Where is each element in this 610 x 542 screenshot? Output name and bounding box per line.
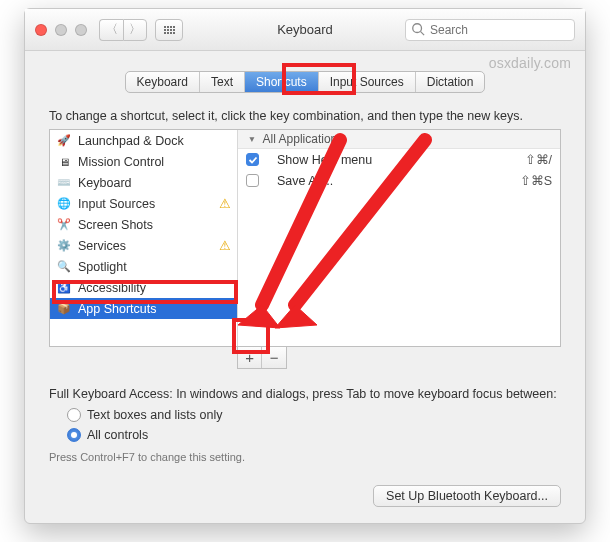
search-icon: [411, 22, 425, 39]
shortcuts-panel: 🚀Launchpad & Dock🖥Mission Control⌨️Keybo…: [49, 129, 561, 347]
sidebar-item-label: Launchpad & Dock: [78, 134, 184, 148]
forward-button[interactable]: 〉: [123, 19, 147, 41]
svg-point-0: [413, 23, 422, 32]
sidebar-item-label: Accessibility: [78, 281, 146, 295]
accessibility-icon: ♿: [56, 280, 72, 296]
shortcut-keys[interactable]: ⇧⌘/: [525, 152, 552, 167]
minimize-icon: [55, 24, 67, 36]
segmented-control: KeyboardTextShortcutsInput SourcesDictat…: [125, 71, 486, 93]
input-sources-icon: 🌐: [56, 196, 72, 212]
fine-print: Press Control+F7 to change this setting.: [49, 451, 561, 463]
watermark: osxdaily.com: [489, 55, 571, 71]
tab-input-sources[interactable]: Input Sources: [319, 72, 416, 92]
minus-icon: −: [270, 349, 279, 366]
shortcut-label: Save As...: [277, 174, 520, 188]
mission-control-icon: 🖥: [56, 154, 72, 170]
sidebar-item-label: Input Sources: [78, 197, 155, 211]
tab-keyboard[interactable]: Keyboard: [126, 72, 200, 92]
services-icon: ⚙️: [56, 238, 72, 254]
shortcut-row[interactable]: Show Help menu⇧⌘/: [238, 149, 560, 170]
sidebar-item-input-sources[interactable]: 🌐Input Sources⚠: [50, 193, 237, 214]
tab-shortcuts[interactable]: Shortcuts: [245, 72, 319, 92]
radio-option[interactable]: Text boxes and lists only: [67, 405, 561, 425]
category-sidebar: 🚀Launchpad & Dock🖥Mission Control⌨️Keybo…: [50, 130, 238, 346]
radio-button[interactable]: [67, 428, 81, 442]
shortcut-checkbox[interactable]: [246, 174, 259, 187]
sidebar-item-label: App Shortcuts: [78, 302, 157, 316]
keyboard-icon: ⌨️: [56, 175, 72, 191]
sidebar-item-keyboard[interactable]: ⌨️Keyboard: [50, 172, 237, 193]
bluetooth-keyboard-button[interactable]: Set Up Bluetooth Keyboard...: [373, 485, 561, 507]
chevron-left-icon: 〈: [106, 21, 118, 38]
sidebar-item-app-shortcuts[interactable]: 📦App Shortcuts: [50, 298, 237, 319]
disclosure-triangle-icon: ▼: [248, 134, 256, 144]
shortcut-keys[interactable]: ⇧⌘S: [520, 173, 552, 188]
radio-label: Text boxes and lists only: [87, 408, 223, 422]
sidebar-item-mission-control[interactable]: 🖥Mission Control: [50, 151, 237, 172]
group-header-label: All Applications: [263, 132, 344, 146]
zoom-icon: [75, 24, 87, 36]
preferences-window: 〈 〉 Keyboard osxdaily.com KeyboardTextSh…: [24, 8, 586, 524]
warning-icon: ⚠: [219, 238, 231, 253]
bluetooth-keyboard-label: Set Up Bluetooth Keyboard...: [386, 489, 548, 503]
content-area: To change a shortcut, select it, click t…: [49, 109, 561, 523]
sidebar-item-label: Spotlight: [78, 260, 127, 274]
show-all-button[interactable]: [155, 19, 183, 41]
add-button[interactable]: +: [238, 347, 262, 368]
keyboard-access-description: Full Keyboard Access: In windows and dia…: [49, 387, 561, 401]
tab-row: KeyboardTextShortcutsInput SourcesDictat…: [25, 71, 585, 93]
nav-buttons: 〈 〉: [99, 19, 147, 41]
hint-text: To change a shortcut, select it, click t…: [49, 109, 561, 123]
back-button[interactable]: 〈: [99, 19, 123, 41]
shortcuts-list: ▼ All Applications Show Help menu⇧⌘/Save…: [238, 130, 560, 346]
sidebar-item-label: Mission Control: [78, 155, 164, 169]
shortcut-label: Show Help menu: [277, 153, 525, 167]
sidebar-item-services[interactable]: ⚙️Services⚠: [50, 235, 237, 256]
svg-line-1: [421, 31, 425, 35]
add-remove-buttons: + −: [237, 347, 287, 369]
radio-option[interactable]: All controls: [67, 425, 561, 445]
radio-button[interactable]: [67, 408, 81, 422]
radio-label: All controls: [87, 428, 148, 442]
screen-shots-icon: ✂️: [56, 217, 72, 233]
plus-icon: +: [245, 349, 254, 366]
traffic-lights: [35, 24, 87, 36]
grid-icon: [164, 26, 175, 34]
tab-dictation[interactable]: Dictation: [416, 72, 485, 92]
shortcut-row[interactable]: Save As...⇧⌘S: [238, 170, 560, 191]
titlebar: 〈 〉 Keyboard: [25, 9, 585, 51]
shortcut-checkbox[interactable]: [246, 153, 259, 166]
sidebar-item-spotlight[interactable]: 🔍Spotlight: [50, 256, 237, 277]
sidebar-item-screen-shots[interactable]: ✂️Screen Shots: [50, 214, 237, 235]
close-icon[interactable]: [35, 24, 47, 36]
keyboard-access-section: Full Keyboard Access: In windows and dia…: [49, 387, 561, 463]
sidebar-item-label: Services: [78, 239, 126, 253]
chevron-right-icon: 〉: [129, 21, 141, 38]
sidebar-item-accessibility[interactable]: ♿Accessibility: [50, 277, 237, 298]
spotlight-icon: 🔍: [56, 259, 72, 275]
warning-icon: ⚠: [219, 196, 231, 211]
launchpad-dock-icon: 🚀: [56, 133, 72, 149]
sidebar-item-label: Keyboard: [78, 176, 132, 190]
search-wrap: [405, 19, 575, 41]
sidebar-item-label: Screen Shots: [78, 218, 153, 232]
group-header[interactable]: ▼ All Applications: [238, 130, 560, 149]
sidebar-item-launchpad-dock[interactable]: 🚀Launchpad & Dock: [50, 130, 237, 151]
search-input[interactable]: [405, 19, 575, 41]
app-shortcuts-icon: 📦: [56, 301, 72, 317]
tab-text[interactable]: Text: [200, 72, 245, 92]
remove-button[interactable]: −: [262, 347, 286, 368]
